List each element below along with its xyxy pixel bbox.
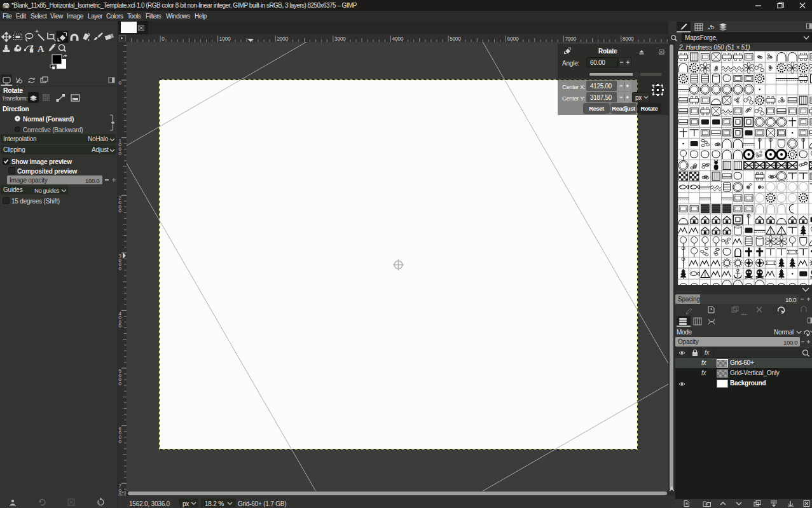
svg-text:2000: 2000 [277, 36, 288, 42]
svg-text:0: 0 [162, 36, 165, 42]
svg-text:5000: 5000 [450, 36, 461, 42]
svg-text:1000: 1000 [219, 36, 231, 42]
svg-text:4000: 4000 [392, 36, 403, 42]
svg-text:6000: 6000 [507, 36, 519, 42]
svg-text:7000: 7000 [565, 36, 576, 42]
svg-text:3000: 3000 [334, 36, 346, 42]
svg-text:b: b [711, 24, 714, 31]
svg-text:8000: 8000 [623, 36, 634, 42]
svg-text:A: A [38, 44, 45, 54]
